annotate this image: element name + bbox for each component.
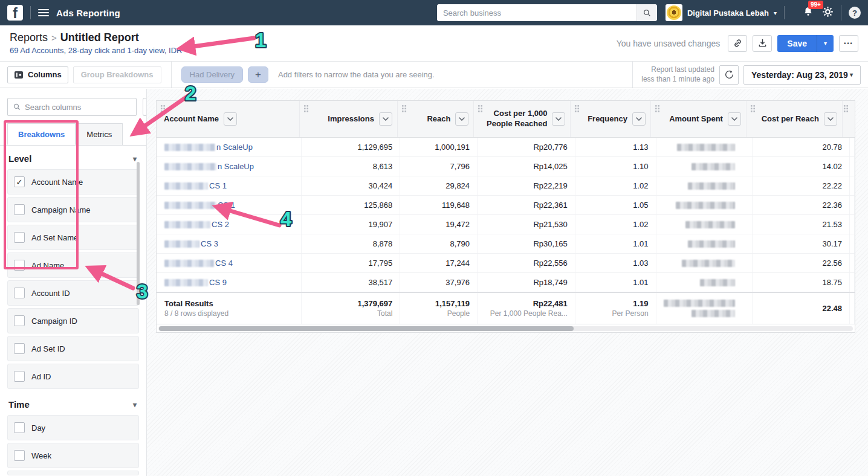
refresh-icon: [724, 69, 734, 80]
column-header-cost-per-reach[interactable]: Cost per Reach: [747, 101, 843, 137]
more-options-button[interactable]: •••: [839, 35, 858, 52]
checkbox-unchecked[interactable]: [14, 371, 25, 382]
column-menu-button[interactable]: [824, 112, 837, 126]
help-button[interactable]: ?: [849, 7, 861, 19]
chevron-down-icon: [555, 117, 562, 121]
column-menu-button[interactable]: [632, 112, 646, 126]
checkbox-checked[interactable]: ✓: [14, 176, 25, 187]
sidebar-item-campaign-name[interactable]: Campaign Name: [7, 197, 139, 222]
cost-per-1000-cell: Rp14,025: [478, 157, 575, 176]
scrollbar-thumb[interactable]: [159, 326, 574, 331]
column-menu-button[interactable]: [455, 112, 468, 126]
checkbox-unchecked[interactable]: [14, 315, 25, 326]
facebook-logo-icon[interactable]: f: [7, 5, 23, 21]
tab-metrics[interactable]: Metrics: [76, 123, 123, 145]
save-options-caret-button[interactable]: ▾: [817, 35, 834, 52]
checkbox-unchecked[interactable]: [14, 343, 25, 354]
account-name-link[interactable]: n ScaleUp: [218, 162, 254, 171]
account-name-link[interactable]: CS 1: [218, 201, 235, 210]
sidebar-item-ad-set-id[interactable]: Ad Set ID: [7, 336, 139, 361]
redacted-text-block: [685, 221, 735, 228]
drag-handle-icon[interactable]: [160, 105, 166, 112]
column-header-amount-spent[interactable]: Amount Spent: [651, 101, 747, 137]
column-menu-button[interactable]: [728, 112, 741, 126]
search-business-input[interactable]: [437, 4, 636, 21]
breadcrumb-reports-link[interactable]: Reports: [10, 31, 48, 44]
section-header-time[interactable]: Time▾: [0, 391, 146, 415]
report-scope-link[interactable]: 69 Ad Accounts, 28-day click and 1-day v…: [10, 46, 182, 55]
save-button[interactable]: Save: [777, 35, 817, 52]
checkbox-unchecked[interactable]: [14, 450, 25, 461]
report-title: Untitled Report: [60, 31, 139, 44]
chevron-down-icon: [383, 117, 389, 121]
column-header-cost-per-1000[interactable]: Cost per 1,000 People Reached: [474, 101, 571, 137]
date-range-button[interactable]: Yesterday: Aug 23, 2019 ▾: [743, 65, 861, 85]
checkbox-unchecked[interactable]: [14, 260, 25, 271]
column-menu-button[interactable]: [552, 112, 565, 126]
account-name-link[interactable]: CS 1: [209, 181, 227, 190]
account-name-link[interactable]: CS 2: [212, 220, 229, 229]
add-filter-button[interactable]: +: [248, 66, 268, 83]
sidebar-item-ad-name[interactable]: Ad Name: [7, 252, 139, 278]
notifications-button[interactable]: 99+: [803, 6, 814, 19]
drag-handle-icon[interactable]: [478, 105, 483, 112]
drag-handle-icon[interactable]: [401, 105, 407, 112]
drag-handle-icon[interactable]: [655, 105, 660, 112]
column-header-account-name[interactable]: Account Name: [157, 101, 300, 137]
hamburger-menu-icon[interactable]: [38, 9, 49, 16]
divider: [784, 6, 785, 19]
search-submit-button[interactable]: [636, 4, 657, 21]
column-header-reach[interactable]: Reach: [398, 101, 474, 137]
sidebar-item-day[interactable]: Day: [7, 415, 139, 440]
sidebar-scrollbar[interactable]: [137, 162, 140, 305]
drag-handle-icon[interactable]: [303, 105, 309, 112]
redacted-text-block: [676, 202, 735, 209]
amount-spent-cell-redacted: [656, 234, 753, 253]
sidebar-item-week[interactable]: Week: [7, 443, 139, 468]
checkbox-unchecked[interactable]: [14, 232, 25, 243]
checkbox-unchecked[interactable]: [14, 204, 25, 215]
section-header-level[interactable]: Level▾: [0, 146, 146, 169]
export-button[interactable]: [753, 35, 772, 52]
sidebar-item-campaign-id[interactable]: Campaign ID: [7, 308, 139, 333]
cost-per-1000-cell: Rp22,361: [478, 196, 575, 214]
last-updated-text: Report last updated less than 1 minute a…: [632, 62, 714, 88]
account-name-link[interactable]: CS 3: [201, 239, 218, 248]
account-name-cell: CS 3: [157, 234, 302, 253]
amount-spent-cell-redacted: [656, 176, 753, 195]
group-breakdowns-button[interactable]: Group Breakdowns: [73, 66, 161, 83]
checkbox-unchecked[interactable]: [14, 288, 25, 298]
checkbox-unchecked[interactable]: [14, 422, 25, 433]
column-header-impressions[interactable]: Impressions: [300, 101, 398, 137]
account-name-link[interactable]: CS 9: [209, 278, 227, 287]
drag-handle-icon[interactable]: [574, 105, 580, 112]
impressions-cell: 38,517: [302, 273, 401, 292]
frequency-cell: 1.13: [575, 138, 656, 156]
search-columns-input[interactable]: [25, 103, 131, 112]
column-menu-button[interactable]: [224, 112, 237, 126]
sidebar-item-ad-id[interactable]: Ad ID: [7, 364, 139, 389]
table-header: Account Name Impressions Reach Cost per …: [157, 101, 855, 138]
sidebar-item-account-id[interactable]: Account ID: [7, 280, 139, 306]
drag-handle-icon[interactable]: [750, 105, 756, 112]
account-name-link[interactable]: CS 4: [215, 259, 233, 268]
had-delivery-filter-chip[interactable]: Had Delivery: [181, 66, 243, 83]
share-link-button[interactable]: [728, 35, 747, 52]
next-column-partial-cell: [850, 157, 855, 176]
column-header-frequency[interactable]: Frequency: [571, 101, 650, 137]
refresh-button[interactable]: [719, 65, 739, 85]
settings-button[interactable]: [822, 6, 834, 20]
sidebar-more-button[interactable]: •••: [143, 98, 147, 116]
amount-spent-cell-redacted: [656, 196, 753, 214]
cost-per-reach-cell: 30.17: [753, 234, 850, 253]
tab-breakdowns[interactable]: Breakdowns: [7, 123, 76, 145]
account-name-cell: CS 9: [157, 273, 302, 292]
sidebar-item-ad-set-name[interactable]: Ad Set Name: [7, 225, 139, 250]
account-name-link[interactable]: n ScaleUp: [216, 143, 253, 152]
divider: [30, 6, 31, 19]
search-icon: [13, 103, 21, 111]
column-menu-button[interactable]: [379, 112, 392, 126]
sidebar-item-account-name[interactable]: ✓Account Name: [7, 169, 139, 195]
business-account-switcher[interactable]: Digital Pustaka Lebah ▾: [666, 4, 777, 21]
columns-button[interactable]: Columns: [7, 66, 68, 83]
